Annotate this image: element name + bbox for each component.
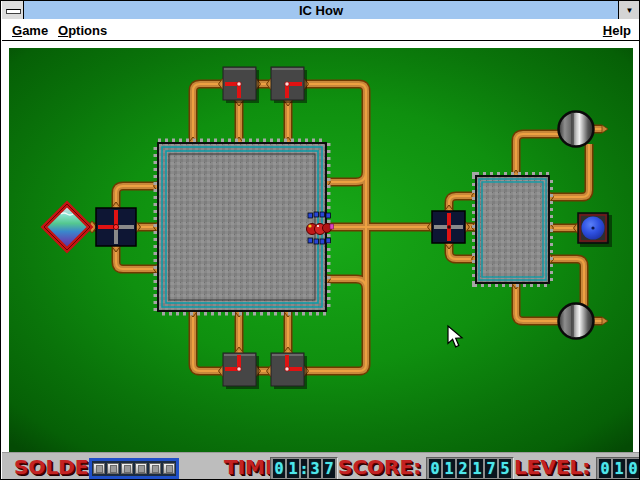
corner-chip-top-right[interactable]: [271, 67, 307, 103]
window-title: IC How: [24, 3, 618, 18]
status-bar: SOLDER: TIME: 01:37 SCORE: 012175 LEVEL:…: [2, 452, 640, 480]
game-board[interactable]: [9, 48, 633, 452]
corner-chip-bottom-right[interactable]: [271, 353, 307, 389]
junction-chip-right[interactable]: [432, 211, 465, 243]
menu-item-help[interactable]: Help: [599, 21, 635, 40]
corner-chip-bottom-left[interactable]: [223, 353, 259, 389]
small-ic-chip[interactable]: [476, 176, 549, 283]
blue-led-component[interactable]: [578, 213, 612, 247]
level-label: LEVEL:: [514, 455, 590, 479]
menu-item-game[interactable]: Game: [8, 21, 52, 40]
minimize-button[interactable]: ▼: [618, 1, 640, 19]
solder-bug[interactable]: [307, 212, 334, 244]
down-arrow-icon: ▼: [626, 6, 634, 15]
score-display: 012175: [426, 457, 514, 480]
menu-item-options[interactable]: Options: [54, 21, 111, 40]
capacitor-top[interactable]: [559, 112, 594, 147]
corner-chip-top-left[interactable]: [223, 67, 259, 103]
solder-gauge: [89, 458, 179, 479]
app-window: IC How ▼ Game Options Help: [0, 0, 640, 480]
junction-chip-left[interactable]: [96, 208, 136, 246]
level-display: 010: [596, 457, 640, 480]
large-ic-chip[interactable]: [158, 143, 326, 311]
menu-bar: Game Options Help: [2, 19, 640, 41]
system-menu-dash-icon: [6, 9, 21, 14]
capacitor-bottom[interactable]: [559, 304, 594, 339]
system-menu-button[interactable]: [2, 1, 24, 19]
time-display: 01:37: [270, 457, 338, 480]
score-label: SCORE:: [338, 455, 421, 479]
title-bar: IC How ▼: [2, 1, 640, 19]
